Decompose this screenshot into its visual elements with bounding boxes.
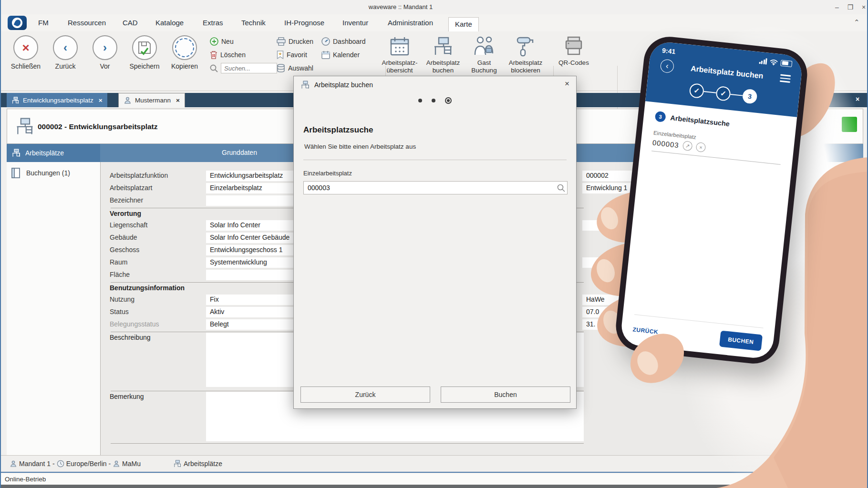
close-button[interactable]: ×: [858, 2, 868, 12]
grunddaten-label: Grunddaten: [222, 149, 257, 156]
field-label: Gebäude: [110, 234, 137, 241]
phone-title: Arbeitsplatz buchen: [673, 62, 781, 82]
client-label: Mandant 1 -: [19, 460, 55, 468]
printer-icon: [277, 37, 286, 46]
step-indicator: [294, 97, 576, 104]
application-window: waveware :: Mandant 1 – ❐ × FM Ressource…: [0, 0, 868, 488]
auswahl-button[interactable]: Auswahl: [277, 63, 313, 73]
context-label: Arbeitsplätze: [184, 460, 222, 468]
arbeitsplatz-buchen-dialog: Arbeitsplatz buchen × Arbeitsplatzsuche …: [293, 76, 577, 409]
svg-text:★: ★: [278, 51, 282, 56]
sidebar-header-arbeitsplaetze[interactable]: Arbeitsplätze: [7, 144, 100, 162]
clock-icon: [57, 460, 64, 468]
dialog-title: Arbeitsplatz buchen: [314, 81, 373, 89]
submit-search-icon[interactable]: ↗: [682, 141, 693, 151]
clear-field-icon[interactable]: ×: [696, 142, 706, 152]
copy-icon: [175, 38, 194, 57]
user-label: MaMu: [122, 460, 141, 468]
step-dot: [432, 99, 435, 102]
dialog-subtitle: Wählen Sie bitte einen Arbeitsplatz aus: [304, 143, 416, 150]
window-title: waveware :: Mandant 1: [1, 3, 800, 10]
plus-circle-icon: [210, 37, 218, 46]
einzelarbeitsplatz-input[interactable]: [303, 181, 568, 194]
sidebar: Buchungen (1): [7, 162, 101, 455]
drucken-button[interactable]: Drucken: [277, 36, 313, 47]
menu-tab-ih-prognose[interactable]: IH-Prognose: [281, 17, 327, 29]
field-label: Geschoss: [110, 246, 139, 254]
schliessen-button[interactable]: × Schließen: [6, 35, 46, 70]
close-x-icon: ×: [22, 41, 29, 54]
menu-tab-kataloge[interactable]: Kataloge: [153, 17, 186, 29]
phone-stepper: ✓ ✓ 3: [658, 80, 789, 107]
field-label: Raum: [110, 258, 127, 266]
phone-screen: 9:41 ‹ Arbeitsplatz buchen: [620, 41, 803, 360]
desk-icon: [11, 148, 21, 158]
tab-entwicklungsarbeitsplatz[interactable]: Entwicklungsarbeitsplatz ×: [7, 93, 107, 107]
menu-tab-extras[interactable]: Extras: [200, 17, 226, 29]
menu-tab-fm[interactable]: FM: [35, 17, 52, 29]
step-dot: [418, 99, 422, 102]
phone-clock: 9:41: [661, 46, 676, 55]
minimize-button[interactable]: –: [832, 2, 842, 12]
arbeitsplatz-uebersicht-button[interactable]: Arbeitsplatz-übersicht: [379, 35, 421, 74]
collapse-ribbon-icon[interactable]: ⌃: [854, 18, 860, 27]
menu-tab-karte[interactable]: Karte: [448, 17, 479, 32]
field-label: Arbeitsplatzfunktion: [110, 172, 168, 179]
sidebar-item-buchungen[interactable]: Buchungen (1): [7, 162, 100, 178]
people-icon: [473, 35, 495, 57]
menu-tab-administration[interactable]: Administration: [385, 17, 436, 29]
desk-icon: [300, 80, 310, 90]
save-icon: [136, 40, 153, 56]
loeschen-button[interactable]: Löschen: [210, 50, 246, 60]
close-tab-icon[interactable]: ×: [99, 97, 103, 104]
person-icon: [113, 460, 120, 468]
dialog-back-button[interactable]: Zurück: [300, 386, 430, 403]
arbeitsplatz-blockieren-button[interactable]: Arbeitsplatzblockieren: [505, 35, 547, 74]
phone-book-button[interactable]: BUCHEN: [719, 331, 763, 351]
dashboard-button[interactable]: Dashboard: [321, 36, 366, 47]
hamburger-menu-icon[interactable]: [779, 72, 791, 85]
field-label: Beschreibung: [110, 334, 151, 341]
vor-button[interactable]: › Vor: [85, 35, 125, 70]
calendar-icon: [321, 51, 330, 59]
desk-icon: [15, 116, 35, 136]
step-dot-active: [445, 97, 452, 104]
dialog-heading: Arbeitsplatzsuche: [303, 125, 373, 135]
tab-mustermann[interactable]: Mustermann ×: [118, 93, 185, 107]
menu-tab-ressourcen[interactable]: Ressourcen: [65, 17, 109, 29]
close-tab-icon[interactable]: ×: [176, 97, 180, 104]
favorit-button[interactable]: ★ Favorit: [277, 50, 307, 60]
phone-body: 3 Arbeitsplatzsuche Einzelarbeitsplatz 0…: [620, 101, 797, 360]
menu-tab-cad[interactable]: CAD: [120, 17, 141, 29]
database-icon: [277, 64, 285, 72]
battery-icon: [780, 60, 792, 67]
arbeitsplatz-buchen-button[interactable]: Arbeitsplatzbuchen: [422, 35, 464, 74]
field-label: Arbeitsplatzart: [110, 184, 152, 192]
field-label: Status: [110, 308, 129, 315]
step-current: 3: [742, 89, 758, 104]
field-label: Bezeichner: [110, 196, 143, 204]
gast-buchung-button[interactable]: GastBuchung: [463, 35, 505, 74]
step-done-icon: ✓: [689, 83, 704, 99]
menu-tab-inventur[interactable]: Inventur: [340, 17, 371, 29]
restore-button[interactable]: ❐: [845, 2, 856, 12]
kopieren-button[interactable]: Kopieren: [165, 35, 205, 70]
kalender-button[interactable]: Kalender: [321, 50, 360, 60]
wifi-icon: [769, 59, 778, 66]
phone-section-title: Arbeitsplatzsuche: [670, 114, 730, 128]
search-input[interactable]: [221, 63, 277, 73]
phone-back-button[interactable]: ZURÜCK: [632, 326, 659, 336]
dialog-book-button[interactable]: Buchen: [441, 386, 570, 403]
person-icon: [10, 460, 17, 468]
speichern-button[interactable]: Speichern: [124, 35, 165, 70]
bookmark-star-icon: ★: [277, 51, 284, 59]
record-title: 000002 - Entwicklungsarbeitsplatz: [38, 122, 158, 131]
phone-back-icon[interactable]: ‹: [660, 59, 675, 73]
section-benutzungsinformation: Benutzungsinformation: [110, 284, 185, 292]
neu-button[interactable]: Neu: [210, 36, 234, 47]
app-logo-icon[interactable]: [8, 16, 27, 30]
smartphone: 9:41 ‹ Arbeitsplatz buchen: [613, 34, 810, 366]
menu-tab-technik[interactable]: Technik: [238, 17, 269, 29]
zurueck-button[interactable]: ‹ Zurück: [45, 35, 85, 70]
person-icon: [124, 96, 132, 104]
